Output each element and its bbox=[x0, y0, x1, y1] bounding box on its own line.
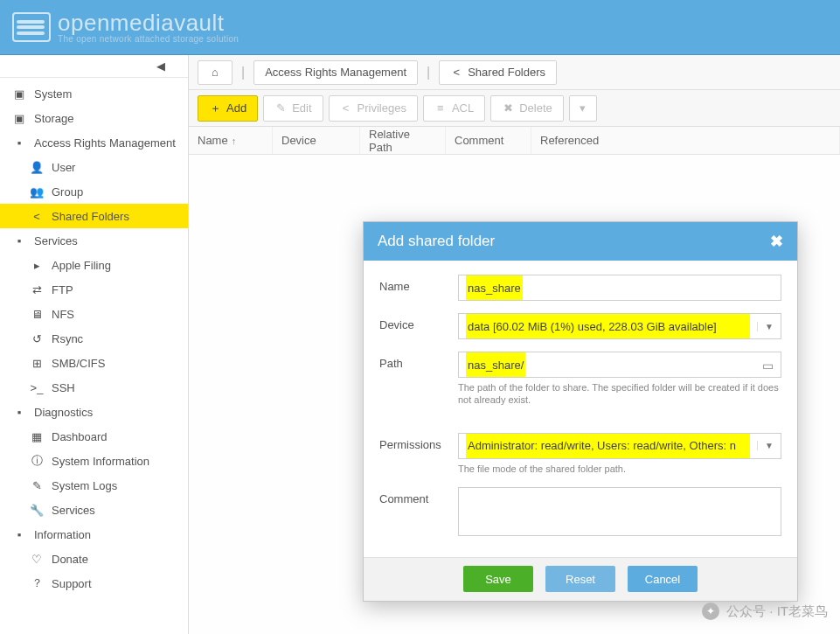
add-shared-folder-dialog: Add shared folder ✖ Name nas_share Devic… bbox=[363, 221, 798, 602]
caret-down-icon: ▼ bbox=[757, 441, 774, 450]
field-label: Device bbox=[379, 313, 458, 331]
comment-textarea[interactable] bbox=[458, 487, 781, 536]
field-permissions: Permissions Administrator: read/write, U… bbox=[379, 433, 781, 475]
field-device: Device data [60.02 MiB (1%) used, 228.03… bbox=[379, 313, 781, 339]
cancel-button[interactable]: Cancel bbox=[628, 566, 698, 592]
name-input[interactable]: nas_share bbox=[458, 275, 781, 301]
field-label: Permissions bbox=[379, 433, 458, 451]
select-value: Administrator: read/write, Users: read/w… bbox=[466, 434, 750, 458]
folder-icon[interactable]: ▭ bbox=[762, 359, 774, 373]
dialog-buttons: Save Reset Cancel bbox=[364, 557, 797, 601]
field-help: The path of the folder to share. The spe… bbox=[458, 381, 781, 407]
permissions-select[interactable]: Administrator: read/write, Users: read/w… bbox=[458, 433, 781, 459]
dialog-titlebar[interactable]: Add shared folder ✖ bbox=[364, 222, 797, 261]
input-value: nas_share bbox=[466, 275, 523, 300]
save-button[interactable]: Save bbox=[463, 566, 533, 592]
device-select[interactable]: data [60.02 MiB (1%) used, 228.03 GiB av… bbox=[458, 313, 781, 339]
reset-button[interactable]: Reset bbox=[545, 566, 615, 592]
dialog-title: Add shared folder bbox=[378, 233, 495, 250]
field-label: Path bbox=[379, 352, 458, 370]
input-value: nas_share/ bbox=[466, 352, 525, 377]
field-name: Name nas_share bbox=[379, 275, 781, 301]
field-label: Name bbox=[379, 275, 458, 293]
field-help: The file mode of the shared folder path. bbox=[458, 463, 781, 475]
field-path: Path nas_share/ ▭ The path of the folder… bbox=[379, 352, 781, 407]
field-label: Comment bbox=[379, 487, 458, 505]
caret-down-icon: ▼ bbox=[757, 322, 774, 331]
close-icon[interactable]: ✖ bbox=[770, 232, 783, 251]
path-input[interactable]: nas_share/ ▭ bbox=[458, 352, 781, 378]
field-comment: Comment bbox=[379, 487, 781, 536]
select-value: data [60.02 MiB (1%) used, 228.03 GiB av… bbox=[466, 314, 750, 338]
dialog-body: Name nas_share Device data [60.02 MiB (1… bbox=[364, 261, 797, 557]
